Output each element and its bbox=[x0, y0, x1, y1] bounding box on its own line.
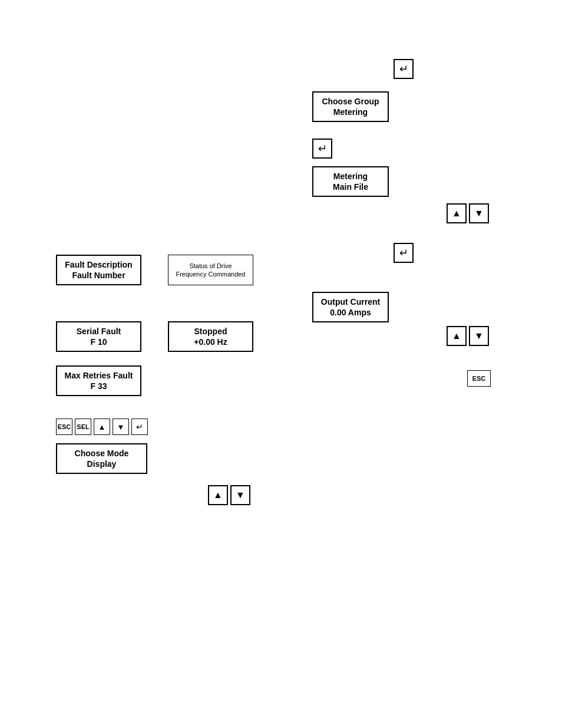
esc-button-bottom[interactable]: ESC bbox=[56, 419, 72, 435]
output-current-button[interactable]: Output Current0.00 Amps bbox=[312, 292, 389, 322]
up-arrow-button-mid[interactable] bbox=[447, 326, 467, 346]
fault-description-label: Fault DescriptionFault Number bbox=[65, 259, 132, 281]
up-arrow-button-bottom2[interactable] bbox=[208, 485, 228, 505]
up-down-arrows-top bbox=[447, 203, 489, 223]
down-arrow-icon-bottom2 bbox=[236, 490, 245, 500]
down-arrow-button-mid[interactable] bbox=[469, 326, 489, 346]
choose-mode-display-button[interactable]: Choose ModeDisplay bbox=[56, 443, 147, 474]
stopped-button[interactable]: Stopped+0.00 Hz bbox=[168, 321, 253, 352]
esc-button-right[interactable]: ESC bbox=[467, 370, 491, 387]
up-arrow-icon-bottom2 bbox=[213, 490, 223, 500]
enter-button-bottom[interactable] bbox=[131, 419, 148, 435]
down-arrow-icon-bottom bbox=[117, 423, 125, 431]
down-arrow-button-bottom[interactable] bbox=[113, 419, 129, 435]
up-arrow-icon-top bbox=[452, 208, 461, 219]
choose-group-metering-button[interactable]: Choose GroupMetering bbox=[312, 91, 389, 122]
up-arrow-icon-bottom bbox=[98, 423, 106, 431]
status-of-drive-label: Status of DriveFrequency Commanded bbox=[176, 262, 245, 279]
down-arrow-button-top[interactable] bbox=[469, 203, 489, 223]
serial-fault-button[interactable]: Serial FaultF 10 bbox=[56, 321, 141, 352]
max-retries-fault-button[interactable]: Max Retries FaultF 33 bbox=[56, 365, 141, 396]
up-down-arrows-bottom bbox=[208, 485, 250, 505]
status-of-drive-button[interactable]: Status of DriveFrequency Commanded bbox=[168, 255, 253, 285]
enter-icon-bottom bbox=[136, 422, 143, 431]
enter-button-third[interactable] bbox=[394, 243, 414, 263]
metering-main-file-button[interactable]: MeteringMain File bbox=[312, 166, 389, 197]
enter-icon bbox=[399, 62, 408, 75]
sel-button-bottom[interactable]: SEL bbox=[75, 419, 91, 435]
max-retries-fault-label: Max Retries FaultF 33 bbox=[65, 370, 133, 391]
esc-label-bottom: ESC bbox=[58, 423, 71, 430]
up-arrow-button-top[interactable] bbox=[447, 203, 467, 223]
down-arrow-icon-top bbox=[474, 208, 484, 219]
enter-button-top[interactable] bbox=[394, 59, 414, 79]
bottom-controls: ESC SEL bbox=[56, 419, 148, 435]
output-current-label: Output Current0.00 Amps bbox=[321, 297, 380, 318]
up-arrow-button-bottom[interactable] bbox=[94, 419, 110, 435]
up-arrow-icon-mid bbox=[452, 331, 461, 341]
enter-icon-2 bbox=[318, 142, 327, 155]
enter-icon-3 bbox=[399, 246, 408, 259]
sel-label-bottom: SEL bbox=[77, 423, 89, 430]
up-down-arrows-mid bbox=[447, 326, 489, 346]
serial-fault-label: Serial FaultF 10 bbox=[77, 326, 121, 347]
stopped-label: Stopped+0.00 Hz bbox=[194, 326, 227, 347]
enter-button-second[interactable] bbox=[312, 139, 332, 159]
esc-label-right: ESC bbox=[472, 375, 486, 382]
down-arrow-button-bottom2[interactable] bbox=[230, 485, 250, 505]
choose-mode-display-label: Choose ModeDisplay bbox=[75, 448, 129, 469]
fault-description-button[interactable]: Fault DescriptionFault Number bbox=[56, 255, 141, 285]
down-arrow-icon-mid bbox=[474, 331, 484, 341]
